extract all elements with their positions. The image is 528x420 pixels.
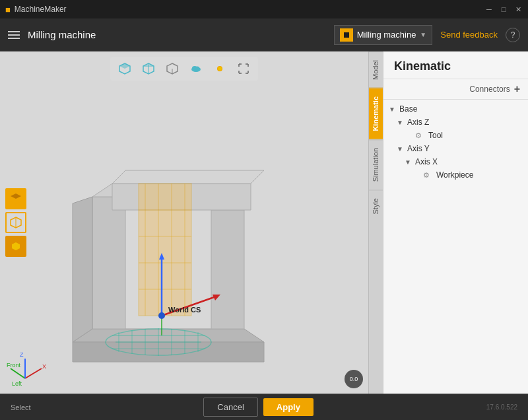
machine-selector-label: Milling machine bbox=[357, 30, 416, 40]
svg-text:X: X bbox=[42, 363, 46, 370]
svg-line-54 bbox=[25, 368, 42, 378]
tab-kinematic[interactable]: Kinematic bbox=[369, 88, 383, 139]
status-text: Select bbox=[11, 403, 31, 411]
toggle-axis-x: ▼ bbox=[405, 158, 412, 166]
camera-view-label: 0.0 bbox=[350, 376, 358, 382]
hamburger-menu[interactable] bbox=[8, 31, 20, 39]
main-toolbar: Milling machine Milling machine ▼ Send f… bbox=[0, 18, 528, 52]
connectors-bar: Connectors + bbox=[383, 79, 528, 100]
kinematic-tree: ▼ Base ▼ Axis Z ⚙ Tool ▼ Axis Y ▼ A bbox=[383, 100, 528, 394]
svg-point-47 bbox=[158, 312, 165, 319]
minimize-button[interactable]: ─ bbox=[484, 5, 494, 14]
svg-marker-53 bbox=[12, 242, 20, 250]
tree-node-axis-y[interactable]: ▼ Axis Y bbox=[383, 142, 528, 155]
tree-label-axis-x: Axis X bbox=[415, 157, 438, 166]
3d-scene: World CS bbox=[0, 52, 368, 394]
app-name: MachineMaker bbox=[15, 5, 67, 14]
sidebar-tabs: Model Kinematic Simulation Style bbox=[368, 52, 383, 394]
right-panel: Kinematic Connectors + ▼ Base ▼ Axis Z ⚙… bbox=[383, 52, 528, 394]
ham-line-2 bbox=[8, 34, 20, 36]
toggle-axis-z: ▼ bbox=[397, 119, 405, 126]
help-button[interactable]: ? bbox=[506, 28, 520, 42]
tab-model[interactable]: Model bbox=[369, 52, 383, 88]
tree-label-tool: Tool bbox=[428, 131, 443, 140]
tree-label-axis-z: Axis Z bbox=[407, 118, 429, 127]
toggle-axis-y: ▼ bbox=[397, 145, 405, 153]
app-logo-icon: ■ bbox=[5, 5, 11, 15]
ham-line-3 bbox=[8, 38, 20, 39]
svg-rect-1 bbox=[344, 32, 349, 38]
app-title: Milling machine bbox=[28, 29, 326, 40]
svg-text:Z: Z bbox=[20, 351, 24, 358]
machine-selector[interactable]: Milling machine ▼ bbox=[334, 25, 433, 45]
bottom-bar: Select Cancel Apply 17.6.0.522 bbox=[0, 394, 528, 420]
version-text: 17.6.0.522 bbox=[486, 403, 517, 411]
workpiece-icon: ⚙ bbox=[423, 171, 434, 180]
tree-node-tool[interactable]: ⚙ Tool bbox=[383, 129, 528, 142]
axis-indicator: X Front Z Left bbox=[5, 349, 51, 388]
left-floating-tools bbox=[5, 188, 26, 257]
tree-label-axis-y: Axis Y bbox=[407, 144, 430, 153]
tree-label-base: Base bbox=[399, 104, 417, 114]
send-feedback-button[interactable]: Send feedback bbox=[440, 30, 498, 40]
tab-simulation[interactable]: Simulation bbox=[369, 139, 383, 190]
svg-text:Left: Left bbox=[12, 380, 22, 387]
svg-rect-33 bbox=[139, 184, 191, 316]
ham-line-1 bbox=[8, 31, 20, 32]
cancel-button[interactable]: Cancel bbox=[203, 398, 257, 417]
panel-title: Kinematic bbox=[383, 52, 528, 79]
svg-text:World CS: World CS bbox=[168, 306, 201, 314]
dropdown-arrow-icon: ▼ bbox=[420, 31, 426, 38]
camera-view-button[interactable]: 0.0 bbox=[345, 370, 363, 388]
tree-node-axis-x[interactable]: ▼ Axis X bbox=[383, 155, 528, 168]
toggle-base: ▼ bbox=[389, 106, 397, 113]
cube-view-outline-button[interactable] bbox=[5, 212, 26, 233]
titlebar: ■ MachineMaker ─ □ ✕ bbox=[0, 0, 528, 18]
machine-icon bbox=[340, 28, 353, 42]
tree-node-base[interactable]: ▼ Base bbox=[383, 102, 528, 116]
titlebar-left: ■ MachineMaker bbox=[5, 5, 67, 15]
content-area: World CS X Front Z Left bbox=[0, 52, 528, 394]
connectors-label: Connectors bbox=[469, 85, 510, 94]
bottom-actions: Cancel Apply bbox=[203, 398, 314, 417]
tree-label-workpiece: Workpiece bbox=[436, 170, 473, 180]
maximize-button[interactable]: □ bbox=[499, 5, 508, 14]
tree-node-workpiece[interactable]: ⚙ Workpiece bbox=[383, 168, 528, 182]
apply-button[interactable]: Apply bbox=[263, 398, 314, 416]
viewport[interactable]: World CS X Front Z Left bbox=[0, 52, 368, 394]
svg-text:Front: Front bbox=[7, 362, 21, 368]
tool-icon: ⚙ bbox=[415, 131, 426, 140]
tab-style[interactable]: Style bbox=[369, 190, 383, 222]
svg-line-56 bbox=[11, 368, 25, 378]
titlebar-controls: ─ □ ✕ bbox=[484, 5, 523, 14]
add-connector-button[interactable]: + bbox=[514, 83, 520, 95]
machine-svg: World CS bbox=[13, 78, 323, 394]
close-button[interactable]: ✕ bbox=[513, 5, 523, 14]
cube-view-solid-button[interactable] bbox=[5, 188, 26, 209]
cube-view-small-button[interactable] bbox=[5, 236, 26, 257]
tree-node-axis-z[interactable]: ▼ Axis Z bbox=[383, 116, 528, 129]
